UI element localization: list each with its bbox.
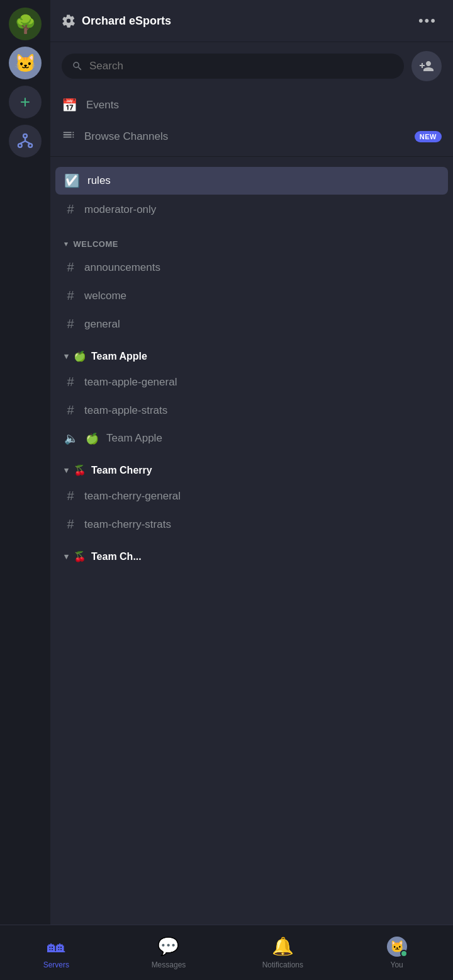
events-icon: 📅 (62, 98, 77, 113)
hash-icon-moderator: # (64, 202, 77, 217)
servers-icon: 🏘 (47, 936, 65, 957)
team-apple-voice-label: Team Apple (106, 432, 162, 445)
category-team-apple[interactable]: ▾ 🍏 Team Apple (55, 339, 448, 367)
search-input[interactable] (89, 60, 394, 72)
tab-notifications[interactable]: 🔔 Notifications (250, 930, 316, 976)
hash-icon-general: # (64, 317, 77, 331)
add-user-button[interactable] (411, 51, 442, 81)
announcements-label: announcements (84, 261, 160, 274)
channel-item-general[interactable]: # general (55, 311, 448, 338)
team-apple-strats-label: team-apple-strats (84, 404, 167, 417)
server-icon-orchard[interactable]: 🌳 (9, 8, 42, 40)
server-header: Orchard eSports ••• (50, 0, 453, 42)
rules-label: rules (87, 174, 111, 187)
channel-item-rules[interactable]: ☑️ rules (55, 167, 448, 195)
hierarchy-icon (16, 132, 34, 150)
svg-line-4 (20, 141, 25, 144)
hash-icon-team-apple-general: # (64, 375, 77, 389)
discover-servers-button[interactable] (9, 125, 42, 157)
you-tab-label: You (391, 960, 403, 969)
svg-point-2 (28, 144, 32, 147)
team-cherry-general-label: team-cherry-general (84, 490, 181, 503)
chevron-down-icon-apple: ▾ (64, 351, 69, 361)
category-welcome[interactable]: ▾ welcome (55, 229, 448, 253)
welcome-channel-label: welcome (84, 290, 126, 302)
new-badge: NEW (415, 131, 442, 142)
server-options-button[interactable]: ••• (413, 10, 442, 31)
team-cherry-category-label: Team Cherry (91, 465, 152, 476)
top-channels: ☑️ rules # moderator-only (50, 161, 453, 229)
hash-icon-team-cherry-strats: # (64, 517, 77, 532)
server-title-container: Orchard eSports (62, 14, 171, 28)
category-partial[interactable]: ▾ 🍒 Team Ch... (55, 539, 448, 567)
team-cherry-strats-label: team-cherry-strats (84, 518, 171, 531)
channel-item-announcements[interactable]: # announcements (55, 254, 448, 281)
avatar: 🐱 (387, 937, 407, 957)
search-bar (50, 42, 453, 90)
channel-item-team-cherry-general[interactable]: # team-cherry-general (55, 482, 448, 510)
add-server-button[interactable]: + (9, 86, 42, 118)
channel-item-welcome[interactable]: # welcome (55, 282, 448, 309)
plus-icon: + (20, 92, 30, 112)
chevron-down-icon-welcome: ▾ (64, 240, 69, 248)
hash-icon-team-apple-strats: # (64, 403, 77, 418)
voice-icon-apple: 🔈 (64, 431, 78, 445)
team-cherry-emoji: 🍒 (74, 464, 86, 476)
hash-icon-announcements: # (64, 260, 77, 275)
server-icon-cat[interactable]: 🐱 (9, 47, 42, 79)
chevron-down-icon-partial: ▾ (64, 552, 69, 561)
servers-tab-label: Servers (43, 960, 69, 969)
search-icon (72, 60, 83, 72)
team-apple-general-label: team-apple-general (84, 376, 177, 389)
channel-list: Orchard eSports ••• 📅 Events (50, 0, 453, 980)
tab-servers[interactable]: 🏘 Servers (25, 930, 87, 976)
partial-category-emoji: 🍒 (74, 550, 86, 562)
orchard-icon: 🌳 (14, 14, 36, 35)
rules-icon: ☑️ (64, 173, 80, 188)
svg-point-0 (23, 134, 27, 138)
server-list: 🌳 🐱 + (0, 0, 50, 980)
partial-category-label: Team Ch... (91, 551, 142, 562)
hash-icon-welcome: # (64, 288, 77, 303)
hash-icon-team-cherry-general: # (64, 489, 77, 503)
channel-item-moderator-only[interactable]: # moderator-only (55, 196, 448, 223)
tab-you[interactable]: 🐱 You (366, 930, 428, 976)
cat-icon: 🐱 (14, 53, 36, 74)
svg-point-1 (18, 144, 22, 147)
messages-tab-label: Messages (152, 960, 186, 969)
channel-item-team-cherry-strats[interactable]: # team-cherry-strats (55, 511, 448, 538)
notifications-tab-label: Notifications (262, 960, 303, 969)
chevron-down-icon-cherry: ▾ (64, 465, 69, 475)
welcome-category-label: welcome (74, 239, 118, 249)
general-label: general (84, 318, 120, 331)
channel-item-team-apple-general[interactable]: # team-apple-general (55, 368, 448, 396)
partial-category-section: ▾ 🍒 Team Ch... (50, 539, 453, 567)
add-user-icon (419, 59, 434, 74)
welcome-section: ▾ welcome # announcements # welcome # ge… (50, 229, 453, 338)
team-apple-emoji: 🍏 (74, 350, 86, 362)
search-input-wrapper[interactable] (62, 54, 404, 79)
category-team-cherry[interactable]: ▾ 🍒 Team Cherry (55, 453, 448, 481)
team-apple-category-label: Team Apple (91, 351, 147, 362)
bottom-nav: 🏘 Servers 💬 Messages 🔔 Notifications 🐱 Y… (0, 925, 453, 980)
svg-line-5 (25, 141, 30, 144)
browse-channels-nav-item[interactable]: Browse Channels NEW (50, 120, 453, 152)
channel-list-scroll: 📅 Events Browse Channels NEW ☑️ rules # … (50, 90, 453, 980)
gear-icon (62, 14, 76, 28)
channel-item-team-apple-strats[interactable]: # team-apple-strats (55, 397, 448, 424)
online-status-dot (400, 950, 408, 957)
team-apple-section: ▾ 🍏 Team Apple # team-apple-general # te… (50, 339, 453, 452)
browse-channels-label: Browse Channels (84, 130, 168, 143)
team-cherry-section: ▾ 🍒 Team Cherry # team-cherry-general # … (50, 453, 453, 538)
divider-1 (50, 156, 453, 157)
team-apple-voice-emoji: 🍏 (86, 432, 99, 445)
server-name: Orchard eSports (82, 14, 171, 28)
moderator-only-label: moderator-only (84, 203, 156, 216)
notifications-icon: 🔔 (272, 936, 294, 957)
browse-icon (62, 128, 76, 145)
channel-item-team-apple-voice[interactable]: 🔈 🍏 Team Apple (55, 425, 448, 452)
events-label: Events (86, 99, 119, 111)
events-nav-item[interactable]: 📅 Events (50, 90, 453, 120)
tab-messages[interactable]: 💬 Messages (137, 930, 200, 976)
messages-icon: 💬 (157, 936, 179, 957)
